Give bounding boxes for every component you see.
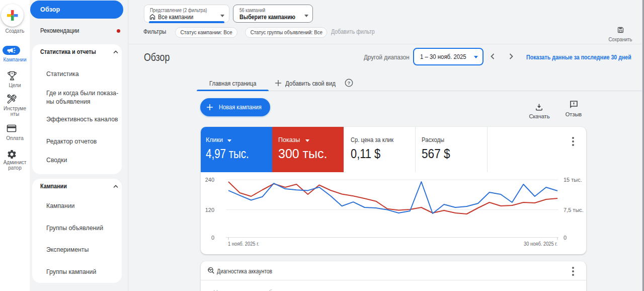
svg-text:?: ? <box>348 80 351 86</box>
